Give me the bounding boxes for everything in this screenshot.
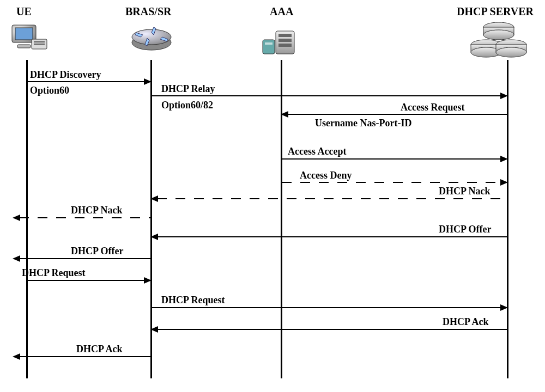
label-relay: DHCP Relay [161, 83, 215, 95]
label-offer1: DHCP Offer [439, 224, 491, 235]
label-request1: DHCP Request [22, 267, 86, 279]
label-access-accept: Access Accept [288, 146, 346, 157]
svg-rect-12 [263, 40, 275, 54]
svg-rect-5 [34, 44, 45, 45]
database-cluster-icon [469, 21, 529, 61]
label-access-request: Access Request [401, 102, 464, 113]
participant-label-ue: UE [16, 5, 32, 18]
lifeline-aaa [281, 60, 282, 378]
label-request2: DHCP Request [161, 295, 225, 306]
label-option6082: Option60/82 [161, 100, 213, 111]
router-icon [130, 22, 173, 57]
svg-point-7 [132, 29, 171, 45]
label-ack1: DHCP Ack [443, 316, 489, 328]
label-nack1: DHCP Nack [439, 186, 491, 197]
svg-rect-10 [278, 39, 292, 42]
svg-point-16 [483, 30, 514, 40]
label-username-nas: Username Nas-Port-ID [315, 118, 411, 129]
workstation-icon [10, 23, 48, 58]
lifeline-dhcp [507, 60, 508, 378]
sequence-diagram: UE BRAS/SR AAA DHCP SERVER [0, 0, 545, 392]
label-nack2: DHCP Nack [71, 205, 123, 216]
svg-rect-11 [278, 44, 292, 47]
svg-rect-9 [278, 34, 292, 37]
svg-rect-13 [265, 42, 272, 45]
label-access-deny: Access Deny [300, 170, 352, 181]
participant-label-aaa: AAA [270, 5, 293, 18]
label-discovery: DHCP Discovery [30, 69, 101, 81]
label-ack2: DHCP Ack [76, 344, 123, 355]
participant-label-bras: BRAS/SR [125, 5, 171, 18]
label-option60: Option60 [30, 85, 69, 96]
svg-point-22 [496, 47, 526, 57]
svg-rect-4 [34, 41, 45, 42]
participant-label-dhcp: DHCP SERVER [457, 5, 534, 18]
server-icon [261, 30, 299, 59]
svg-rect-2 [17, 45, 31, 48]
svg-rect-1 [15, 28, 33, 40]
lifeline-ue [26, 60, 28, 378]
label-offer2: DHCP Offer [71, 246, 123, 257]
